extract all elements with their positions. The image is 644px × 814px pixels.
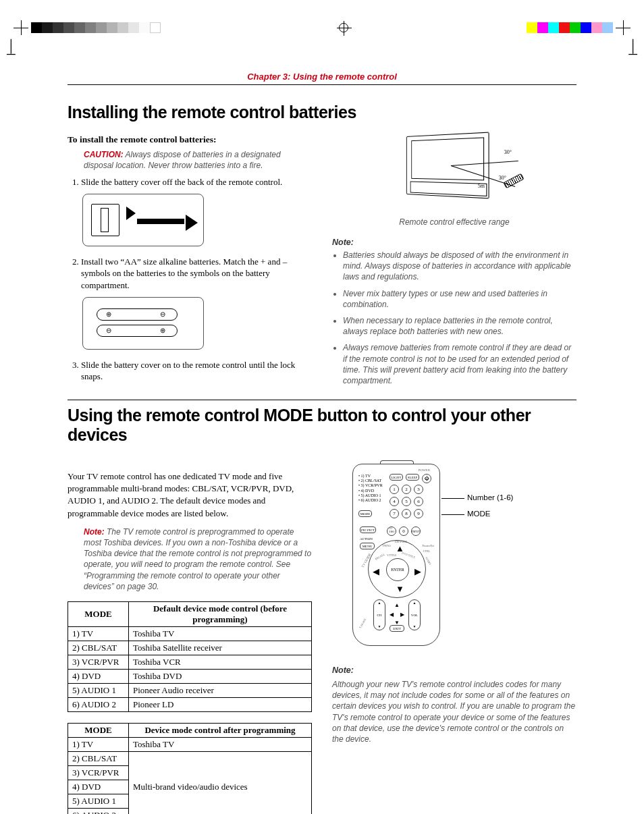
callout-mode: MODE (441, 510, 513, 518)
rc-light-button: LIGHT (390, 474, 403, 481)
range-caption: Remote control effective range (332, 217, 576, 227)
rc-action-label: ACTION (360, 537, 373, 541)
note3-label: Note: (332, 665, 576, 676)
rc-theaternet-label: TheaterNet (422, 544, 434, 547)
t1-h1: MODE (68, 601, 129, 626)
note-red-text: The TV remote control is preprogrammed t… (84, 527, 311, 591)
note-bullet-1: Batteries should always be disposed of w… (343, 250, 576, 283)
register-mark-icon (339, 23, 348, 32)
t1-r4c2: Toshiba DVD (129, 669, 312, 683)
remote-illustration: 1) TV2) CBL/SAT3) VCR/PVR 4) DVD5) AUDIO… (352, 464, 440, 646)
step-1: Slide the battery cover off the back of … (81, 176, 312, 188)
mode-intro: Your TV remote control has one dedicated… (68, 470, 312, 520)
crop-corner-tl: │─ (7, 42, 16, 58)
t1-r3c1: 3) VCR/PVR (68, 655, 129, 669)
rc-100-button: 100 (387, 526, 396, 536)
rc-vol-rocker: ▲VOL▼ (408, 599, 421, 630)
rc-ch-rocker: ▲CH▼ (373, 599, 385, 630)
color-bar-grayscale (31, 22, 161, 33)
t1-r6c1: 6) AUDIO 2 (68, 697, 129, 711)
t1-r5c2: Pioneer Audio receiver (129, 683, 312, 697)
caution-block: CAUTION: Always dispose of batteries in … (68, 149, 312, 171)
note3-text: Although your new TV's remote control in… (332, 680, 575, 744)
rc-ctrl-label: CTRL (423, 549, 430, 553)
rc-num-5: 5 (402, 497, 411, 506)
rc-num-4: 4 (390, 497, 399, 506)
rc-num-0: 0 (399, 526, 408, 536)
t2-r5c1: 5) AUDIO 1 (68, 794, 129, 808)
t1-r1c2: Toshiba TV (129, 626, 312, 641)
crop-corner-tr: │─ (628, 42, 637, 58)
rc-nav-ring: ENTER ▲ ▼ ◀ ▶ (368, 540, 426, 598)
t2-r1c1: 1) TV (68, 737, 129, 751)
rc-menu-button: MENU (360, 543, 375, 549)
rc-lower-controls: ▲CH▼ ▲VOL▼ ▲ ◀ ▶ ▼ EXIT (373, 599, 421, 629)
t2-r3c1: 3) VCR/PVR (68, 765, 129, 780)
rc-num-2: 2 (402, 485, 411, 494)
rc-enter-button: ENTER (386, 558, 409, 581)
chapter-header: Chapter 3: Using the remote control (68, 72, 576, 82)
rc-num-7: 7 (390, 509, 399, 518)
t2-merged: Multi-brand video/audio devices (129, 751, 312, 814)
rc-power-button: ⏻ (422, 474, 431, 483)
remote-mode-list: 1) TV2) CBL/SAT3) VCR/PVR 4) DVD5) AUDIO… (358, 474, 383, 503)
rc-audio-label: AUDIO (425, 556, 432, 566)
rc-timage-label: T.IMAGE (358, 618, 367, 629)
note-bullet-2: Never mix battery types or use new and u… (343, 288, 576, 310)
t1-r4c1: 4) DVD (68, 669, 129, 683)
t1-r6c2: Pioneer LD (129, 697, 312, 711)
t2-h1: MODE (68, 723, 129, 737)
rc-sleep-button: SLEEP (406, 474, 419, 481)
t1-r2c1: 2) CBL/SAT (68, 641, 129, 655)
step-3: Slide the battery cover on to the remote… (81, 359, 312, 383)
note3-block: Note: Although your new TV's remote cont… (332, 665, 576, 744)
t2-r4c1: 4) DVD (68, 780, 129, 794)
caution-label: CAUTION: (84, 150, 124, 159)
note-red-label: Note: (84, 527, 105, 537)
print-registration-top (0, 20, 644, 35)
heading-mode: Using the remote control MODE button to … (68, 406, 576, 445)
callout-numbers: Number (1-6) (441, 493, 513, 501)
crop-mark-icon (14, 20, 28, 35)
t1-r3c2: Toshiba VCR (129, 655, 312, 669)
t2-r1c2: Toshiba TV (129, 737, 312, 751)
step-2: Install two “AA” size alkaline batteries… (81, 256, 312, 292)
t1-r5c1: 5) AUDIO 1 (68, 683, 129, 697)
battery-insert-diagram: ⊕ ⊖ ⊖ ⊕ (82, 297, 204, 350)
t2-r2c1: 2) CBL/SAT (68, 751, 129, 765)
note-label: Note: (332, 238, 576, 247)
rc-num-3: 3 (414, 485, 423, 494)
tv-range-illustration: 30° 30° 5m (383, 134, 525, 212)
rc-mode-button: MODE (358, 510, 372, 517)
battery-cover-diagram (82, 194, 204, 246)
mode-note: Note: The TV remote control is preprogra… (68, 526, 312, 592)
rc-picpict-button: PIC PICT (360, 526, 376, 533)
section-rule (68, 400, 576, 400)
table-after-programming: MODEDevice mode control after programmin… (68, 723, 312, 814)
rc-num-6: 6 (414, 497, 423, 506)
t1-r2c2: Toshiba Satellite receiver (129, 641, 312, 655)
crop-mark-icon (616, 20, 630, 35)
rc-input-button: INPUT (411, 526, 421, 536)
t2-h2: Device mode control after programming (129, 723, 312, 737)
heading-install: Installing the remote control batteries (68, 103, 576, 122)
rc-num-1: 1 (390, 485, 399, 494)
t1-h2: Default device mode control (before prog… (129, 601, 312, 626)
note-bullet-4: Always remove batteries from remote cont… (343, 342, 576, 386)
t2-r6c1: 6) AUDIO 2 (68, 808, 129, 814)
rc-exit-button: EXIT (390, 625, 404, 632)
t1-r1c1: 1) TV (68, 626, 129, 641)
color-bar-cmyk (527, 22, 613, 33)
rc-num-9: 9 (414, 509, 423, 518)
table-default-modes: MODEDefault device mode control (before … (68, 601, 312, 712)
header-rule (68, 84, 576, 85)
rc-power-label: POWER (419, 468, 431, 472)
note-bullet-3: When necessary to replace batteries in t… (343, 315, 576, 337)
rc-num-8: 8 (402, 509, 411, 518)
install-subhead: To install the remote control batteries: (68, 134, 312, 145)
